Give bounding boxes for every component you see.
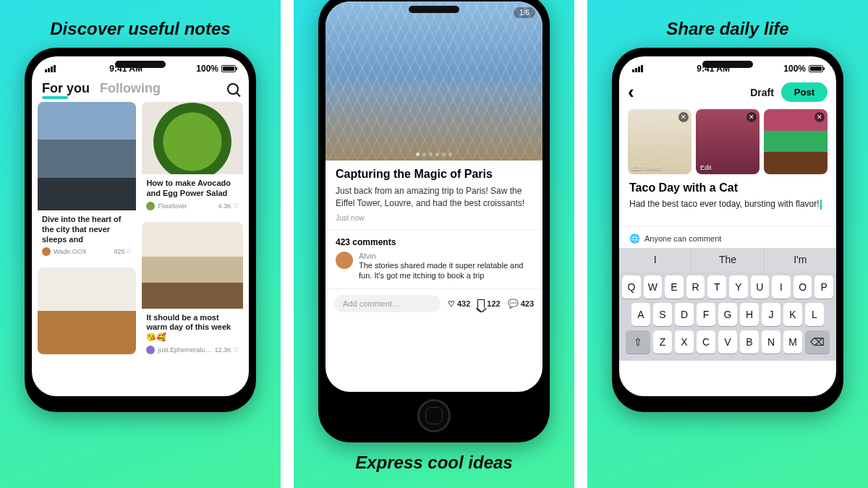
signal-icon	[632, 65, 643, 72]
media-thumb[interactable]: ✕	[764, 109, 827, 174]
like-count[interactable]: 4.3K	[218, 202, 239, 210]
card-user: Wade.OOX	[54, 248, 87, 255]
keyboard-key[interactable]: A	[631, 303, 650, 326]
promo-panel-express: 1/6 Capturing the Magic of Paris Just ba…	[294, 0, 574, 488]
bookmark-icon	[477, 299, 485, 308]
post-button[interactable]: Post	[781, 82, 827, 102]
visibility-selector[interactable]: Anyone can comment	[619, 226, 836, 248]
keyboard-key[interactable]: D	[675, 303, 694, 326]
media-thumb[interactable]: ✕Edit cover	[628, 109, 692, 174]
like-count[interactable]: 925	[114, 248, 132, 255]
card-image	[142, 222, 243, 309]
battery-indicator: 100%	[196, 64, 236, 74]
suggestion[interactable]: I	[619, 248, 692, 271]
tab-following[interactable]: Following	[100, 81, 161, 96]
compose-header: Draft Post	[619, 77, 836, 109]
battery-indicator: 100%	[783, 64, 823, 74]
phone-frame-2: 1/6 Capturing the Magic of Paris Just ba…	[318, 0, 550, 442]
screen-feed: 9:41 AM 100% For you Following Dive into…	[32, 56, 249, 396]
avatar	[336, 252, 353, 269]
keyboard-key[interactable]: O	[793, 275, 812, 299]
thumb-label[interactable]: Edit	[700, 164, 712, 171]
keyboard-key[interactable]: X	[675, 330, 694, 354]
headline-express: Express cool ideas	[355, 453, 512, 473]
keyboard-key[interactable]: N	[762, 330, 780, 354]
comment-author: Alvin	[359, 252, 532, 260]
back-icon[interactable]	[628, 81, 634, 103]
like-button[interactable]: 432	[448, 299, 470, 309]
thumb-label[interactable]: Edit cover	[632, 164, 661, 171]
comment-item[interactable]: Alvin The stories shared made it super r…	[326, 252, 542, 289]
home-button[interactable]	[417, 399, 451, 432]
card-image	[38, 102, 136, 210]
media-thumb[interactable]: ✕Edit	[696, 109, 760, 174]
feed-tabs: For you Following	[32, 77, 249, 102]
card-title: How to make Avocado and Egg Power Salad	[146, 179, 239, 199]
avatar	[42, 247, 51, 256]
keyboard-key[interactable]: Q	[622, 275, 641, 299]
keyboard-key[interactable]: H	[740, 303, 759, 326]
keyboard-key[interactable]: Z	[653, 330, 672, 354]
keyboard-key[interactable]: P	[814, 275, 833, 299]
keyboard-key[interactable]: J	[762, 303, 780, 326]
shift-key[interactable]: ⇧	[626, 330, 650, 354]
feed-grid[interactable]: Dive into the heart of the city that nev…	[32, 102, 249, 396]
keyboard-suggestions: I The I'm	[619, 248, 836, 271]
screen-post-detail: 1/6 Capturing the Magic of Paris Just ba…	[326, 1, 542, 392]
keyboard-key[interactable]: T	[707, 275, 726, 299]
comments-count: 423 comments	[326, 237, 542, 252]
keyboard-key[interactable]: K	[783, 303, 802, 326]
post-hero-image[interactable]: 1/6	[326, 1, 542, 160]
remove-icon[interactable]: ✕	[746, 112, 757, 122]
post-title: Capturing the Magic of Paris	[336, 168, 532, 181]
remove-icon[interactable]: ✕	[678, 112, 689, 122]
keyboard-key[interactable]: S	[653, 303, 672, 326]
post-time: Just now	[336, 214, 532, 222]
keyboard-key[interactable]: R	[686, 275, 705, 299]
add-comment-input[interactable]: Add comment…	[334, 295, 441, 312]
remove-icon[interactable]: ✕	[814, 112, 825, 122]
text-cursor	[820, 200, 822, 210]
tab-for-you[interactable]: For you	[42, 81, 90, 96]
save-button[interactable]: 122	[477, 299, 500, 308]
post-action-bar: Add comment… 432 122 423	[326, 288, 542, 320]
keyboard-key[interactable]: U	[751, 275, 770, 299]
keyboard: QWERTYUIOP ASDFGHJKL ⇧ZXCVBNM⌫	[619, 271, 836, 361]
image-counter: 1/6	[514, 7, 535, 18]
feed-card[interactable]: It should be a most warm day of this wee…	[142, 222, 243, 360]
keyboard-key[interactable]: M	[783, 330, 802, 354]
search-icon[interactable]	[227, 83, 239, 95]
comments-button[interactable]: 423	[508, 299, 534, 309]
card-user: Flourlover	[158, 202, 187, 210]
compose-title-input[interactable]: Taco Day with a Cat	[619, 181, 836, 199]
keyboard-key[interactable]: I	[772, 275, 791, 299]
suggestion[interactable]: The	[692, 248, 764, 271]
keyboard-key[interactable]: F	[697, 303, 715, 326]
phone-frame-1: 9:41 AM 100% For you Following Dive into…	[25, 48, 256, 412]
card-image	[142, 102, 243, 174]
feed-card[interactable]	[38, 267, 136, 354]
keyboard-key[interactable]: V	[718, 330, 737, 354]
like-count[interactable]: 12.3K	[214, 346, 239, 354]
keyboard-key[interactable]: B	[740, 330, 759, 354]
globe-icon	[629, 234, 640, 244]
card-title: Dive into the heart of the city that nev…	[42, 215, 132, 244]
screen-compose: 9:41 AM 100% Draft Post ✕Edit cover ✕Edi…	[619, 56, 836, 396]
feed-card[interactable]: How to make Avocado and Egg Power Salad …	[142, 102, 243, 216]
avatar	[146, 346, 155, 354]
carousel-dots	[416, 153, 452, 156]
keyboard-key[interactable]: G	[718, 303, 737, 326]
card-title: It should be a most warm day of this wee…	[146, 313, 239, 343]
backspace-key[interactable]: ⌫	[805, 330, 830, 354]
card-user: just.Ephemeralu…	[158, 346, 211, 354]
keyboard-key[interactable]: W	[644, 275, 663, 299]
keyboard-key[interactable]: E	[665, 275, 684, 299]
draft-button[interactable]: Draft	[750, 87, 774, 98]
keyboard-key[interactable]: L	[805, 303, 824, 326]
promo-panel-discover: Discover useful notes 9:41 AM 100% For y…	[0, 0, 281, 488]
feed-card[interactable]: Dive into the heart of the city that nev…	[38, 102, 136, 262]
suggestion[interactable]: I'm	[765, 248, 836, 271]
keyboard-key[interactable]: C	[697, 330, 715, 354]
keyboard-key[interactable]: Y	[729, 275, 748, 299]
compose-body-input[interactable]: Had the best taco ever today, bursting w…	[619, 199, 836, 213]
